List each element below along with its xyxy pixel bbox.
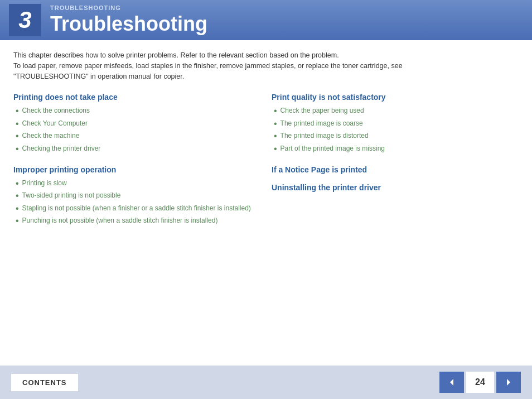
nav-controls: 24: [439, 372, 521, 393]
bullet-icon: •: [274, 144, 277, 154]
list-item[interactable]: • The printed image is coarse: [274, 119, 519, 129]
right-column: Print quality is not satisfactory • Chec…: [272, 93, 519, 237]
bullet-icon: •: [16, 106, 19, 116]
link-image-coarse: The printed image is coarse: [280, 119, 363, 128]
section-title-improper-printing: Improper printing operation: [13, 165, 260, 174]
link-printing-slow: Printing is slow: [22, 179, 67, 188]
list-item[interactable]: • Check the paper being used: [274, 106, 519, 116]
header-text: TROUBLESHOOTING Troubleshooting: [50, 4, 207, 36]
improper-printing-links: • Printing is slow • Two-sided printing …: [13, 179, 260, 226]
prev-page-button[interactable]: [439, 372, 464, 393]
section-title-printing-not-place: Printing does not take place: [13, 93, 260, 102]
intro-line2: To load paper, remove paper misfeeds, lo…: [13, 62, 403, 70]
contents-button[interactable]: CONTENTS: [11, 374, 78, 391]
section-title-print-quality: Print quality is not satisfactory: [272, 93, 519, 102]
left-column: Printing does not take place • Check the…: [13, 93, 260, 237]
list-item[interactable]: • Check the machine: [16, 131, 260, 141]
main-content: This chapter describes how to solve prin…: [0, 40, 532, 366]
list-item[interactable]: • The printed image is distorted: [274, 131, 519, 141]
list-item[interactable]: • Part of the printed image is missing: [274, 144, 519, 154]
intro-line3: "TROUBLESHOOTING" in operation manual fo…: [13, 73, 184, 80]
bullet-icon: •: [16, 131, 19, 141]
page-footer: CONTENTS 24: [0, 366, 532, 399]
link-two-sided: Two-sided printing is not possible: [22, 191, 121, 200]
bullet-icon: •: [274, 131, 277, 141]
link-stapling: Stapling is not possible (when a finishe…: [22, 204, 251, 213]
print-quality-links: • Check the paper being used • The print…: [272, 106, 519, 153]
intro-paragraph: This chapter describes how to solve prin…: [13, 50, 519, 81]
section-title-notice-page[interactable]: If a Notice Page is printed: [272, 165, 519, 174]
link-check-computer: Check Your Computer: [22, 119, 88, 128]
bullet-icon: •: [16, 179, 19, 189]
page-number: 24: [466, 372, 494, 393]
intro-line1: This chapter describes how to solve prin…: [13, 51, 339, 59]
next-page-button[interactable]: [496, 372, 521, 393]
link-image-missing: Part of the printed image is missing: [280, 144, 385, 153]
bullet-icon: •: [16, 204, 19, 214]
bullet-icon: •: [16, 216, 19, 226]
printing-not-place-links: • Check the connections • Check Your Com…: [13, 106, 260, 153]
section-title-uninstalling[interactable]: Uninstalling the printer driver: [272, 183, 519, 192]
list-item[interactable]: • Two-sided printing is not possible: [16, 191, 260, 201]
list-item[interactable]: • Punching is not possible (when a saddl…: [16, 216, 260, 226]
link-check-printer-driver: Checking the printer driver: [22, 144, 101, 153]
link-check-connections: Check the connections: [22, 106, 90, 116]
list-item[interactable]: • Checking the printer driver: [16, 144, 260, 154]
bullet-icon: •: [274, 106, 277, 116]
page-header: 3 TROUBLESHOOTING Troubleshooting: [0, 0, 532, 40]
chapter-number-box: 3: [9, 4, 41, 36]
svg-marker-1: [507, 379, 510, 386]
bullet-icon: •: [16, 119, 19, 129]
chapter-number: 3: [18, 8, 31, 32]
link-check-paper: Check the paper being used: [280, 106, 364, 116]
list-item[interactable]: • Check Your Computer: [16, 119, 260, 129]
svg-marker-0: [450, 379, 453, 386]
header-subtitle: TROUBLESHOOTING: [50, 4, 207, 11]
next-arrow-icon: [504, 378, 513, 387]
content-columns: Printing does not take place • Check the…: [13, 93, 519, 237]
header-title: Troubleshooting: [50, 12, 207, 36]
list-item[interactable]: • Stapling is not possible (when a finis…: [16, 204, 260, 214]
list-item[interactable]: • Check the connections: [16, 106, 260, 116]
bullet-icon: •: [16, 191, 19, 201]
prev-arrow-icon: [447, 378, 456, 387]
link-check-machine: Check the machine: [22, 131, 80, 141]
bullet-icon: •: [16, 144, 19, 154]
link-punching: Punching is not possible (when a saddle …: [22, 216, 218, 225]
link-image-distorted: The printed image is distorted: [280, 131, 369, 141]
list-item[interactable]: • Printing is slow: [16, 179, 260, 189]
bullet-icon: •: [274, 119, 277, 129]
